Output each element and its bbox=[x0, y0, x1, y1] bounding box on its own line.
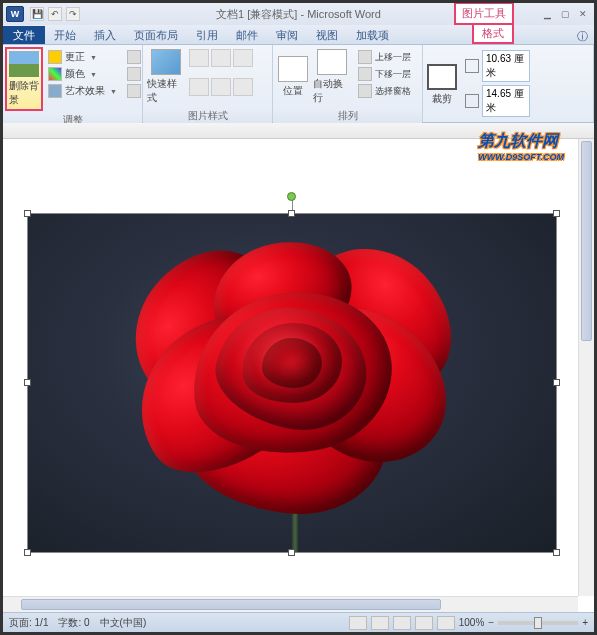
crop-button[interactable]: 裁剪 bbox=[425, 47, 459, 123]
rose-image bbox=[28, 214, 556, 552]
view-web-button[interactable] bbox=[393, 616, 411, 630]
group-adjust: 删除背景 更正▼ 颜色▼ 艺术效果▼ 调整 bbox=[3, 45, 143, 122]
word-app-icon: W bbox=[6, 6, 24, 22]
tab-file[interactable]: 文件 bbox=[3, 26, 45, 44]
resize-handle-r[interactable] bbox=[553, 379, 560, 386]
tab-references[interactable]: 引用 bbox=[187, 26, 227, 44]
remove-background-label: 删除背景 bbox=[9, 79, 39, 107]
picture-effects-button[interactable] bbox=[211, 49, 231, 67]
resize-handle-br[interactable] bbox=[553, 549, 560, 556]
tab-insert[interactable]: 插入 bbox=[85, 26, 125, 44]
watermark: 第九软件网 WWW.D9SOFT.COM bbox=[478, 131, 564, 162]
vertical-scroll-thumb[interactable] bbox=[581, 141, 592, 341]
resize-handle-tr[interactable] bbox=[553, 210, 560, 217]
ribbon: 删除背景 更正▼ 颜色▼ 艺术效果▼ 调整 快速样式 bbox=[3, 45, 594, 123]
document-area bbox=[3, 123, 594, 612]
style-thumb[interactable] bbox=[211, 78, 231, 96]
wrap-text-button[interactable]: 自动换行 bbox=[311, 47, 353, 107]
width-control: 14.65 厘米 bbox=[465, 85, 530, 117]
tab-page-layout[interactable]: 页面布局 bbox=[125, 26, 187, 44]
style-thumb[interactable] bbox=[189, 78, 209, 96]
height-icon bbox=[465, 59, 479, 73]
bring-forward-icon bbox=[358, 50, 372, 64]
artistic-effects-button[interactable]: 艺术效果▼ bbox=[45, 83, 120, 99]
window-controls: ▁ ▢ ✕ bbox=[540, 8, 590, 20]
help-icon[interactable]: ⓘ bbox=[577, 29, 588, 44]
tab-view[interactable]: 视图 bbox=[307, 26, 347, 44]
maximize-button[interactable]: ▢ bbox=[558, 8, 572, 20]
tab-format[interactable]: 格式 bbox=[472, 23, 514, 44]
reset-picture-button[interactable] bbox=[124, 83, 144, 99]
bring-forward-button[interactable]: 上移一层 bbox=[355, 49, 414, 65]
picture-layout-button[interactable] bbox=[233, 49, 253, 67]
resize-handle-tl[interactable] bbox=[24, 210, 31, 217]
chevron-down-icon: ▼ bbox=[110, 88, 117, 95]
send-backward-icon bbox=[358, 67, 372, 81]
width-input[interactable]: 14.65 厘米 bbox=[482, 85, 530, 117]
zoom-level[interactable]: 100% bbox=[459, 617, 485, 628]
zoom-slider-thumb[interactable] bbox=[534, 617, 542, 629]
color-icon bbox=[48, 67, 62, 81]
ribbon-tabs: 文件 开始 插入 页面布局 引用 邮件 审阅 视图 加载项 格式 ⓘ bbox=[3, 25, 594, 45]
view-fullscreen-button[interactable] bbox=[371, 616, 389, 630]
selected-image[interactable] bbox=[27, 213, 557, 553]
window-title: 文档1 [兼容模式] - Microsoft Word bbox=[216, 7, 381, 22]
qat-undo-icon[interactable]: ↶ bbox=[48, 7, 62, 21]
remove-background-button[interactable]: 删除背景 bbox=[5, 47, 43, 111]
qat-save-icon[interactable]: 💾 bbox=[30, 7, 44, 21]
horizontal-scroll-thumb[interactable] bbox=[21, 599, 441, 610]
status-language[interactable]: 中文(中国) bbox=[100, 616, 147, 630]
selection-pane-button[interactable]: 选择窗格 bbox=[355, 83, 414, 99]
resize-handle-l[interactable] bbox=[24, 379, 31, 386]
title-bar: W 💾 ↶ ↷ 文档1 [兼容模式] - Microsoft Word 图片工具… bbox=[3, 3, 594, 25]
resize-handle-b[interactable] bbox=[288, 549, 295, 556]
width-icon bbox=[465, 94, 479, 108]
tab-mailings[interactable]: 邮件 bbox=[227, 26, 267, 44]
picture-border-button[interactable] bbox=[189, 49, 209, 67]
chevron-down-icon: ▼ bbox=[90, 71, 97, 78]
position-button[interactable]: 位置 bbox=[275, 47, 311, 107]
position-icon bbox=[278, 56, 308, 82]
quick-styles-button[interactable]: 快速样式 bbox=[145, 47, 187, 107]
remove-background-icon bbox=[9, 51, 39, 77]
zoom-out-button[interactable]: − bbox=[488, 617, 494, 628]
height-input[interactable]: 10.63 厘米 bbox=[482, 50, 530, 82]
zoom-in-button[interactable]: + bbox=[582, 617, 588, 628]
group-size: 裁剪 10.63 厘米 14.65 厘米 大小 bbox=[423, 45, 594, 122]
view-print-layout-button[interactable] bbox=[349, 616, 367, 630]
view-draft-button[interactable] bbox=[437, 616, 455, 630]
close-button[interactable]: ✕ bbox=[576, 8, 590, 20]
tab-addins[interactable]: 加载项 bbox=[347, 26, 398, 44]
group-arrange-label: 排列 bbox=[273, 109, 422, 123]
qat-redo-icon[interactable]: ↷ bbox=[66, 7, 80, 21]
tab-home[interactable]: 开始 bbox=[45, 26, 85, 44]
reset-icon bbox=[127, 84, 141, 98]
quick-styles-icon bbox=[151, 49, 181, 75]
view-outline-button[interactable] bbox=[415, 616, 433, 630]
page-canvas[interactable] bbox=[13, 143, 578, 592]
change-picture-icon bbox=[127, 67, 141, 81]
status-word-count[interactable]: 字数: 0 bbox=[58, 616, 89, 630]
style-thumb[interactable] bbox=[233, 78, 253, 96]
send-backward-button[interactable]: 下移一层 bbox=[355, 66, 414, 82]
color-button[interactable]: 颜色▼ bbox=[45, 66, 120, 82]
artistic-icon bbox=[48, 84, 62, 98]
resize-handle-bl[interactable] bbox=[24, 549, 31, 556]
chevron-down-icon: ▼ bbox=[90, 54, 97, 61]
zoom-slider[interactable] bbox=[498, 621, 578, 625]
wrap-icon bbox=[317, 49, 347, 75]
rotation-handle[interactable] bbox=[287, 192, 296, 201]
group-picture-styles: 快速样式 图片样式 bbox=[143, 45, 273, 122]
crop-icon bbox=[427, 64, 457, 90]
minimize-button[interactable]: ▁ bbox=[540, 8, 554, 20]
corrections-button[interactable]: 更正▼ bbox=[45, 49, 120, 65]
change-picture-button[interactable] bbox=[124, 66, 144, 82]
compress-pictures-button[interactable] bbox=[124, 49, 144, 65]
vertical-scrollbar[interactable] bbox=[578, 139, 594, 596]
tab-review[interactable]: 审阅 bbox=[267, 26, 307, 44]
picture-tools-context-tab: 图片工具 bbox=[454, 2, 514, 25]
horizontal-scrollbar[interactable] bbox=[3, 596, 578, 612]
compress-icon bbox=[127, 50, 141, 64]
resize-handle-t[interactable] bbox=[288, 210, 295, 217]
status-page[interactable]: 页面: 1/1 bbox=[9, 616, 48, 630]
